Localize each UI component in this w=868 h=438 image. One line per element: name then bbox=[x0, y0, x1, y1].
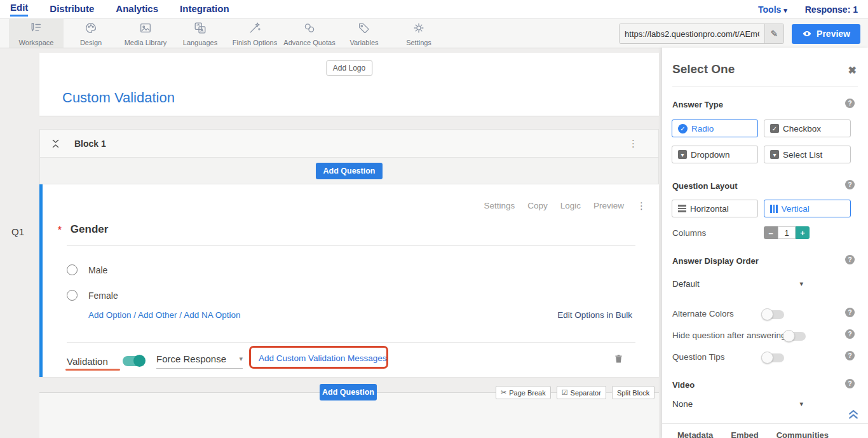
preview-button[interactable]: Preview bbox=[792, 24, 860, 44]
answer-type-dropdown-button[interactable]: ▾Dropdown bbox=[672, 146, 758, 163]
toolbar-item-label: Advance Quotas bbox=[283, 39, 335, 46]
toolbar-item-languages[interactable]: Languages bbox=[173, 19, 227, 48]
answer-display-order-value: Default bbox=[672, 279, 700, 289]
collapse-block-icon[interactable] bbox=[51, 139, 60, 149]
tab-metadata[interactable]: Metadata bbox=[677, 430, 713, 438]
question-title-row: * Gender bbox=[58, 223, 108, 236]
add-custom-validation-messages-link[interactable]: Add Custom Validation Messages bbox=[259, 353, 387, 363]
toolbar-item-design[interactable]: Design bbox=[64, 19, 118, 48]
question-title[interactable]: Gender bbox=[71, 223, 109, 236]
question-tips-label: Question Tips bbox=[672, 352, 725, 362]
survey-title[interactable]: Custom Validation bbox=[62, 90, 175, 106]
close-icon[interactable]: ✖ bbox=[848, 64, 857, 76]
link-separator: / bbox=[177, 310, 184, 320]
validation-toggle[interactable] bbox=[123, 356, 144, 366]
columns-label: Columns bbox=[672, 228, 706, 238]
layout-vertical-button[interactable]: Vertical bbox=[764, 200, 851, 217]
radio-icon[interactable] bbox=[67, 290, 78, 301]
toolbar-item-label: Media Library bbox=[125, 39, 167, 46]
vertical-bars-icon bbox=[770, 205, 778, 213]
help-icon[interactable]: ? bbox=[845, 351, 855, 360]
help-icon[interactable]: ? bbox=[845, 255, 855, 264]
dropdown-caret-icon: ▾ bbox=[678, 150, 687, 159]
toolbar-item-variables[interactable]: Variables bbox=[337, 19, 391, 48]
question-copy-link[interactable]: Copy bbox=[527, 201, 548, 210]
annotation-underline bbox=[65, 369, 120, 371]
hide-question-after-answering-toggle[interactable] bbox=[784, 332, 806, 341]
image-icon bbox=[139, 21, 153, 38]
tab-embed[interactable]: Embed bbox=[731, 430, 758, 438]
columns-increase-button[interactable]: + bbox=[796, 226, 810, 239]
help-icon[interactable]: ? bbox=[845, 99, 855, 108]
question-menu-icon[interactable]: ⋮ bbox=[637, 201, 646, 210]
nav-tab-integration[interactable]: Integration bbox=[180, 3, 229, 16]
scroll-to-top-icon[interactable] bbox=[847, 407, 860, 423]
help-icon[interactable]: ? bbox=[845, 308, 855, 317]
response-count[interactable]: Response: 1 bbox=[805, 4, 858, 15]
add-logo-button[interactable]: Add Logo bbox=[326, 60, 372, 76]
add-option-link[interactable]: Add Option bbox=[88, 310, 132, 320]
survey-url-input[interactable] bbox=[620, 24, 764, 43]
separator-button[interactable]: ☑Separator bbox=[557, 386, 606, 399]
nav-tab-analytics[interactable]: Analytics bbox=[116, 3, 158, 16]
add-other-link[interactable]: Add Other bbox=[138, 310, 177, 320]
delete-question-button[interactable] bbox=[613, 352, 624, 367]
columns-stepper: – 1 + bbox=[764, 226, 810, 239]
page-break-button[interactable]: ✂Page Break bbox=[496, 386, 551, 399]
force-response-select[interactable]: Force Response ▾ bbox=[156, 353, 243, 369]
alternate-colors-toggle[interactable] bbox=[763, 310, 784, 319]
answer-type-radio-button[interactable]: ✓Radio bbox=[672, 120, 758, 137]
toolbar-item-media-library[interactable]: Media Library bbox=[118, 19, 173, 48]
block-footer-buttons: ✂Page Break ☑Separator Split Block bbox=[496, 386, 654, 399]
required-asterisk: * bbox=[58, 224, 62, 235]
pencil-icon: ✎ bbox=[771, 29, 778, 39]
question-tips-toggle[interactable] bbox=[763, 353, 784, 362]
nav-tab-edit[interactable]: Edit bbox=[10, 2, 28, 17]
answer-display-order-select[interactable]: Default ▾ bbox=[672, 279, 803, 289]
sidebar-divider bbox=[672, 86, 858, 86]
chevron-down-icon: ▾ bbox=[799, 280, 803, 288]
option-label[interactable]: Female bbox=[88, 291, 118, 301]
answer-option-female[interactable]: Female bbox=[67, 290, 118, 301]
add-question-button-bottom[interactable]: Add Question bbox=[320, 384, 377, 400]
columns-decrease-button[interactable]: – bbox=[764, 226, 778, 239]
questionpro-editor: Edit Distribute Analytics Integration To… bbox=[0, 0, 868, 438]
chain-icon bbox=[302, 21, 316, 38]
tab-communities[interactable]: Communities bbox=[776, 430, 829, 438]
toolbar-item-advance-quotas[interactable]: Advance Quotas bbox=[282, 19, 337, 48]
layout-horizontal-button[interactable]: Horizontal bbox=[672, 200, 758, 217]
video-select[interactable]: None ▾ bbox=[672, 399, 803, 409]
add-na-option-link[interactable]: Add NA Option bbox=[184, 310, 240, 320]
toolbar-item-finish-options[interactable]: Finish Options bbox=[227, 19, 282, 48]
help-icon[interactable]: ? bbox=[845, 329, 855, 339]
option-label[interactable]: Male bbox=[88, 265, 107, 275]
answer-type-checkbox-button[interactable]: ✓Checkbox bbox=[764, 120, 851, 137]
edit-options-in-bulk-link[interactable]: Edit Options in Bulk bbox=[557, 310, 632, 320]
radio-icon[interactable] bbox=[67, 264, 78, 275]
question-preview-link[interactable]: Preview bbox=[593, 201, 624, 210]
answer-type-select-list-button[interactable]: ▾Select List bbox=[764, 146, 851, 163]
question-settings-link[interactable]: Settings bbox=[484, 201, 515, 210]
toolbar-item-workspace[interactable]: Workspace bbox=[9, 19, 64, 48]
add-question-button-top[interactable]: Add Question bbox=[316, 163, 383, 179]
alternate-colors-label: Alternate Colors bbox=[672, 309, 734, 318]
columns-value[interactable]: 1 bbox=[778, 226, 796, 239]
top-nav: Edit Distribute Analytics Integration To… bbox=[0, 0, 868, 18]
block-title[interactable]: Block 1 bbox=[74, 139, 106, 149]
help-icon[interactable]: ? bbox=[845, 379, 855, 388]
question-settings-sidebar: Select One ✖ Answer Type ? ✓Radio ✓Check… bbox=[662, 48, 868, 438]
nav-right: Tools ▾ Response: 1 bbox=[758, 0, 858, 18]
split-block-button[interactable]: Split Block bbox=[612, 386, 654, 399]
toolbar-item-settings[interactable]: Settings bbox=[391, 19, 446, 48]
help-icon[interactable]: ? bbox=[845, 180, 855, 189]
question-logic-link[interactable]: Logic bbox=[560, 201, 581, 210]
block-menu-icon[interactable]: ⋮ bbox=[628, 139, 638, 148]
radio-check-icon: ✓ bbox=[678, 124, 688, 133]
link-separator: / bbox=[132, 310, 139, 320]
edit-url-button[interactable]: ✎ bbox=[764, 24, 783, 43]
preview-label: Preview bbox=[817, 29, 850, 39]
answer-option-male[interactable]: Male bbox=[67, 264, 107, 275]
tools-dropdown[interactable]: Tools ▾ bbox=[758, 4, 787, 15]
nav-tab-distribute[interactable]: Distribute bbox=[50, 3, 94, 16]
scissors-icon: ✂ bbox=[501, 388, 506, 397]
